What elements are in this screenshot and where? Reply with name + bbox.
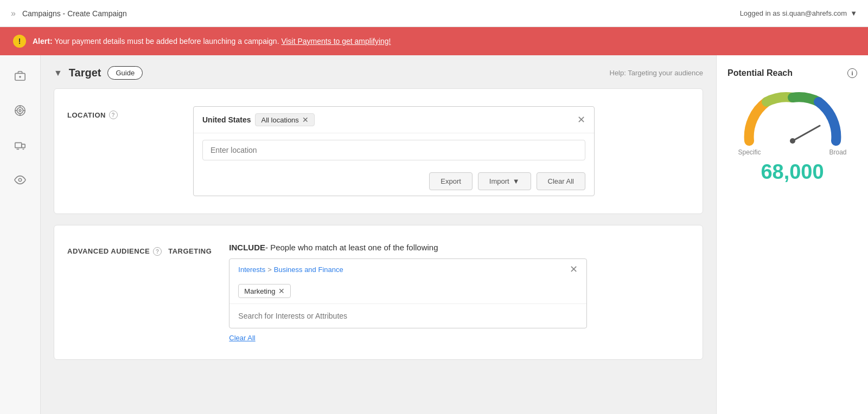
location-label-container: LOCATION ? [67,106,176,119]
interest-path-link-2[interactable]: Business and Finance [274,266,343,274]
gauge-label-specific: Specific [738,148,761,156]
gauge-container: Specific Broad 68,000 [727,87,857,184]
interest-tags: Marketing ✕ [229,280,586,303]
interest-tag-remove[interactable]: ✕ [278,287,285,295]
advanced-clear-all-link[interactable]: Clear All [229,334,255,342]
guide-button[interactable]: Guide [107,66,143,80]
interest-tag-marketing: Marketing ✕ [238,284,291,298]
advanced-targeting-card: ADVANCED AUDIENCE ? TARGETING INCLUDE- P… [54,225,703,360]
location-box-close[interactable]: ✕ [577,115,585,125]
location-form-row: LOCATION ? United States All locations [67,106,690,196]
top-bar-right: Logged in as si.quan@ahrefs.com ▼ [740,9,857,17]
svg-point-16 [790,138,795,144]
interest-box-close[interactable]: ✕ [570,264,578,274]
top-bar: » Campaigns - Create Campaign Logged in … [0,0,868,27]
location-actions: Export Import ▼ Clear All [194,167,594,196]
include-section: INCLUDE- People who match at least one o… [229,243,587,342]
alert-warning-icon: ! [13,35,26,48]
sidebar-icon-money[interactable] [10,66,30,86]
section-title: Target [69,67,101,79]
section-title-row: ▼ Target Guide [54,66,143,80]
import-dropdown-arrow: ▼ [513,177,520,185]
advanced-label-container: ADVANCED AUDIENCE ? TARGETING [67,243,212,256]
sidebar [0,55,41,414]
nav-chevrons[interactable]: » [11,9,16,18]
interest-search-input[interactable] [238,309,578,322]
alert-prefix: Alert: [33,37,53,46]
location-tag-all-locations: All locations ✕ [255,113,314,126]
top-bar-left: » Campaigns - Create Campaign [11,9,127,18]
svg-rect-10 [15,143,22,147]
logged-in-user: Logged in as si.quan@ahrefs.com [740,9,847,17]
breadcrumb: Campaigns - Create Campaign [22,9,127,18]
gauge-labels: Specific Broad [738,148,847,156]
location-help-icon[interactable]: ? [109,111,118,119]
alert-banner: ! Alert: Your payment details must be ad… [0,27,868,55]
alert-payments-link[interactable]: Visit Payments to get amplifying! [281,37,391,46]
advanced-help-icon[interactable]: ? [153,247,162,256]
location-tags: United States All locations ✕ [202,113,315,126]
include-title: INCLUDE- People who match at least one o… [229,243,587,252]
location-input[interactable] [202,140,585,160]
help-link[interactable]: Help: Targeting your audience [610,69,704,77]
location-country: United States [202,115,251,124]
svg-line-15 [793,126,820,141]
location-tag-remove[interactable]: ✕ [302,115,309,124]
interest-box-header: Interests > Business and Finance ✕ [229,259,586,280]
sidebar-icon-eye[interactable] [10,170,30,190]
reach-value: 68,000 [761,160,824,184]
alert-message: Your payment details must be added befor… [54,37,281,46]
location-input-container [194,133,594,167]
sidebar-icon-devices[interactable] [10,135,30,155]
svg-point-14 [18,178,22,182]
reach-panel: Potential Reach i [716,55,868,414]
content-area: ▼ Target Guide Help: Targeting your audi… [41,55,868,414]
sidebar-icon-target[interactable] [10,101,30,120]
advanced-form-row: ADVANCED AUDIENCE ? TARGETING INCLUDE- P… [67,243,690,342]
gauge-label-broad: Broad [829,148,846,156]
reach-title: Potential Reach [727,68,793,78]
svg-rect-11 [22,144,25,147]
user-dropdown-arrow[interactable]: ▼ [850,9,857,17]
alert-text: Alert: Your payment details must be adde… [33,37,391,46]
gauge-svg [738,87,847,146]
interest-search-container [229,303,586,328]
reach-title-row: Potential Reach i [727,68,857,78]
interest-path: Interests > Business and Finance [238,266,343,274]
advanced-label: ADVANCED AUDIENCE ? TARGETING [67,247,212,256]
main-layout: ▼ Target Guide Help: Targeting your audi… [0,55,868,414]
collapse-button[interactable]: ▼ [54,68,62,78]
import-button[interactable]: Import ▼ [478,172,531,190]
section-header: ▼ Target Guide Help: Targeting your audi… [54,66,703,80]
location-label: LOCATION ? [67,111,176,119]
location-card: LOCATION ? United States All locations [54,88,703,214]
svg-point-5 [19,109,21,112]
location-box: United States All locations ✕ ✕ [193,106,595,196]
path-separator: > [267,266,272,274]
main-content: ▼ Target Guide Help: Targeting your audi… [41,55,716,414]
interest-path-link-1[interactable]: Interests [238,266,265,274]
location-box-header: United States All locations ✕ ✕ [194,107,594,133]
reach-info-icon[interactable]: i [847,68,857,78]
location-clear-all-button[interactable]: Clear All [537,172,585,190]
export-button[interactable]: Export [429,172,473,190]
svg-point-4 [17,108,23,114]
interest-box: Interests > Business and Finance ✕ Marke… [229,258,587,328]
